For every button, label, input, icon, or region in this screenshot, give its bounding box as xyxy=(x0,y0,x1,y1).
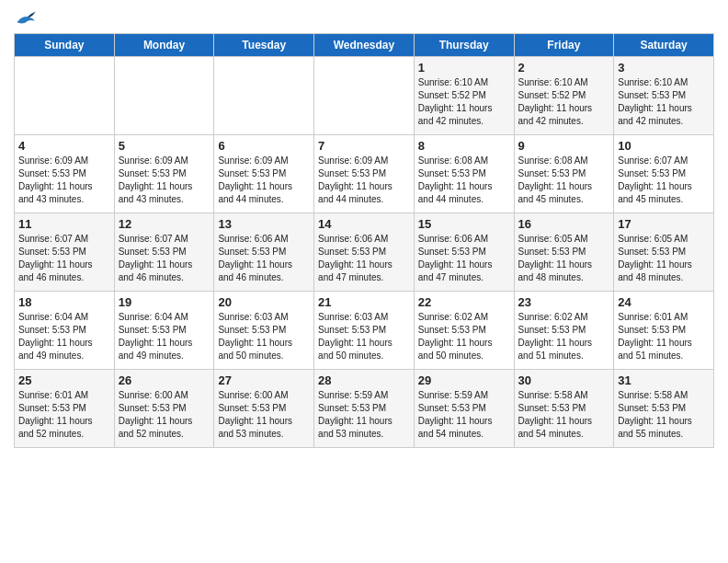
day-info: Sunrise: 6:05 AM Sunset: 5:53 PM Dayligh… xyxy=(518,233,610,284)
calendar-week-row: 18Sunrise: 6:04 AM Sunset: 5:53 PM Dayli… xyxy=(15,292,714,370)
day-info: Sunrise: 6:03 AM Sunset: 5:53 PM Dayligh… xyxy=(318,311,410,362)
calendar-cell: 21Sunrise: 6:03 AM Sunset: 5:53 PM Dayli… xyxy=(314,292,415,370)
calendar-cell: 2Sunrise: 6:10 AM Sunset: 5:52 PM Daylig… xyxy=(514,57,614,135)
calendar-cell xyxy=(15,57,115,135)
calendar-cell: 16Sunrise: 6:05 AM Sunset: 5:53 PM Dayli… xyxy=(514,213,614,292)
calendar-cell: 26Sunrise: 6:00 AM Sunset: 5:53 PM Dayli… xyxy=(114,370,214,448)
calendar-table: SundayMondayTuesdayWednesdayThursdayFrid… xyxy=(14,33,714,448)
day-number: 6 xyxy=(218,139,310,153)
day-number: 14 xyxy=(318,217,410,231)
day-number: 24 xyxy=(618,295,710,309)
day-of-week-header: Saturday xyxy=(614,34,714,57)
calendar-week-row: 4Sunrise: 6:09 AM Sunset: 5:53 PM Daylig… xyxy=(15,135,714,213)
calendar-header: SundayMondayTuesdayWednesdayThursdayFrid… xyxy=(15,34,714,57)
day-info: Sunrise: 6:06 AM Sunset: 5:53 PM Dayligh… xyxy=(318,233,410,284)
calendar-cell xyxy=(314,57,415,135)
day-info: Sunrise: 6:10 AM Sunset: 5:52 PM Dayligh… xyxy=(518,76,610,128)
calendar-body: 1Sunrise: 6:10 AM Sunset: 5:52 PM Daylig… xyxy=(15,57,714,448)
day-info: Sunrise: 6:00 AM Sunset: 5:53 PM Dayligh… xyxy=(218,389,310,441)
day-info: Sunrise: 6:04 AM Sunset: 5:53 PM Dayligh… xyxy=(119,311,210,362)
calendar-cell: 23Sunrise: 6:02 AM Sunset: 5:53 PM Dayli… xyxy=(514,292,614,370)
calendar-week-row: 25Sunrise: 6:01 AM Sunset: 5:53 PM Dayli… xyxy=(15,370,714,448)
calendar-cell: 17Sunrise: 6:05 AM Sunset: 5:53 PM Dayli… xyxy=(614,213,714,292)
day-info: Sunrise: 6:10 AM Sunset: 5:52 PM Dayligh… xyxy=(418,76,510,128)
calendar-week-row: 1Sunrise: 6:10 AM Sunset: 5:52 PM Daylig… xyxy=(15,57,714,135)
day-number: 11 xyxy=(18,217,110,231)
day-number: 2 xyxy=(518,61,610,75)
day-of-week-header: Friday xyxy=(514,34,614,57)
day-of-week-header: Sunday xyxy=(15,34,115,57)
day-number: 30 xyxy=(518,373,610,387)
page-header xyxy=(14,9,714,26)
calendar-cell: 10Sunrise: 6:07 AM Sunset: 5:53 PM Dayli… xyxy=(614,135,714,213)
day-of-week-header: Tuesday xyxy=(214,34,314,57)
days-of-week-row: SundayMondayTuesdayWednesdayThursdayFrid… xyxy=(15,34,714,57)
day-info: Sunrise: 5:59 AM Sunset: 5:53 PM Dayligh… xyxy=(318,389,410,441)
day-number: 28 xyxy=(318,373,410,387)
day-info: Sunrise: 6:09 AM Sunset: 5:53 PM Dayligh… xyxy=(18,155,110,206)
day-number: 21 xyxy=(318,295,410,309)
day-info: Sunrise: 5:59 AM Sunset: 5:53 PM Dayligh… xyxy=(418,389,510,441)
day-number: 17 xyxy=(618,217,710,231)
day-info: Sunrise: 6:09 AM Sunset: 5:53 PM Dayligh… xyxy=(218,155,310,206)
calendar-cell: 31Sunrise: 5:58 AM Sunset: 5:53 PM Dayli… xyxy=(614,370,714,448)
day-number: 8 xyxy=(418,139,510,153)
day-number: 25 xyxy=(18,373,110,387)
day-number: 5 xyxy=(119,139,210,153)
day-info: Sunrise: 6:02 AM Sunset: 5:53 PM Dayligh… xyxy=(418,311,510,362)
calendar-cell: 15Sunrise: 6:06 AM Sunset: 5:53 PM Dayli… xyxy=(414,213,514,292)
day-info: Sunrise: 6:09 AM Sunset: 5:53 PM Dayligh… xyxy=(318,155,410,206)
day-number: 23 xyxy=(518,295,610,309)
day-info: Sunrise: 6:06 AM Sunset: 5:53 PM Dayligh… xyxy=(218,233,310,284)
calendar-cell: 28Sunrise: 5:59 AM Sunset: 5:53 PM Dayli… xyxy=(314,370,415,448)
day-info: Sunrise: 6:03 AM Sunset: 5:53 PM Dayligh… xyxy=(218,311,310,362)
day-number: 13 xyxy=(218,217,310,231)
day-info: Sunrise: 6:00 AM Sunset: 5:53 PM Dayligh… xyxy=(119,389,210,441)
day-number: 20 xyxy=(218,295,310,309)
day-info: Sunrise: 6:04 AM Sunset: 5:53 PM Dayligh… xyxy=(18,311,110,362)
calendar-cell: 4Sunrise: 6:09 AM Sunset: 5:53 PM Daylig… xyxy=(15,135,115,213)
day-number: 15 xyxy=(418,217,510,231)
calendar-cell xyxy=(114,57,214,135)
day-number: 12 xyxy=(119,217,210,231)
calendar-cell: 1Sunrise: 6:10 AM Sunset: 5:52 PM Daylig… xyxy=(414,57,514,135)
day-info: Sunrise: 6:01 AM Sunset: 5:53 PM Dayligh… xyxy=(18,389,110,441)
calendar-cell: 14Sunrise: 6:06 AM Sunset: 5:53 PM Dayli… xyxy=(314,213,415,292)
day-number: 22 xyxy=(418,295,510,309)
day-info: Sunrise: 6:02 AM Sunset: 5:53 PM Dayligh… xyxy=(518,311,610,362)
day-number: 7 xyxy=(318,139,410,153)
day-number: 9 xyxy=(518,139,610,153)
day-number: 16 xyxy=(518,217,610,231)
calendar-cell: 22Sunrise: 6:02 AM Sunset: 5:53 PM Dayli… xyxy=(414,292,514,370)
calendar-cell: 18Sunrise: 6:04 AM Sunset: 5:53 PM Dayli… xyxy=(15,292,115,370)
day-info: Sunrise: 6:09 AM Sunset: 5:53 PM Dayligh… xyxy=(119,155,210,206)
day-number: 26 xyxy=(119,373,210,387)
day-of-week-header: Thursday xyxy=(414,34,514,57)
calendar-cell: 7Sunrise: 6:09 AM Sunset: 5:53 PM Daylig… xyxy=(314,135,415,213)
calendar-cell: 12Sunrise: 6:07 AM Sunset: 5:53 PM Dayli… xyxy=(114,213,214,292)
day-number: 31 xyxy=(618,373,710,387)
calendar-cell: 6Sunrise: 6:09 AM Sunset: 5:53 PM Daylig… xyxy=(214,135,314,213)
calendar-cell: 8Sunrise: 6:08 AM Sunset: 5:53 PM Daylig… xyxy=(414,135,514,213)
day-number: 10 xyxy=(618,139,710,153)
day-info: Sunrise: 6:07 AM Sunset: 5:53 PM Dayligh… xyxy=(618,155,710,206)
calendar-cell: 13Sunrise: 6:06 AM Sunset: 5:53 PM Dayli… xyxy=(214,213,314,292)
calendar-cell: 3Sunrise: 6:10 AM Sunset: 5:53 PM Daylig… xyxy=(614,57,714,135)
day-number: 19 xyxy=(119,295,210,309)
calendar-cell: 19Sunrise: 6:04 AM Sunset: 5:53 PM Dayli… xyxy=(114,292,214,370)
day-info: Sunrise: 6:06 AM Sunset: 5:53 PM Dayligh… xyxy=(418,233,510,284)
day-info: Sunrise: 6:05 AM Sunset: 5:53 PM Dayligh… xyxy=(618,233,710,284)
day-info: Sunrise: 6:10 AM Sunset: 5:53 PM Dayligh… xyxy=(618,76,710,128)
day-info: Sunrise: 6:07 AM Sunset: 5:53 PM Dayligh… xyxy=(18,233,110,284)
calendar-cell: 30Sunrise: 5:58 AM Sunset: 5:53 PM Dayli… xyxy=(514,370,614,448)
day-number: 4 xyxy=(18,139,110,153)
calendar-cell xyxy=(214,57,314,135)
day-info: Sunrise: 6:08 AM Sunset: 5:53 PM Dayligh… xyxy=(418,155,510,206)
day-info: Sunrise: 5:58 AM Sunset: 5:53 PM Dayligh… xyxy=(618,389,710,441)
day-number: 1 xyxy=(418,61,510,75)
calendar-cell: 29Sunrise: 5:59 AM Sunset: 5:53 PM Dayli… xyxy=(414,370,514,448)
day-of-week-header: Monday xyxy=(114,34,214,57)
calendar-cell: 9Sunrise: 6:08 AM Sunset: 5:53 PM Daylig… xyxy=(514,135,614,213)
day-info: Sunrise: 6:08 AM Sunset: 5:53 PM Dayligh… xyxy=(518,155,610,206)
calendar-cell: 24Sunrise: 6:01 AM Sunset: 5:53 PM Dayli… xyxy=(614,292,714,370)
